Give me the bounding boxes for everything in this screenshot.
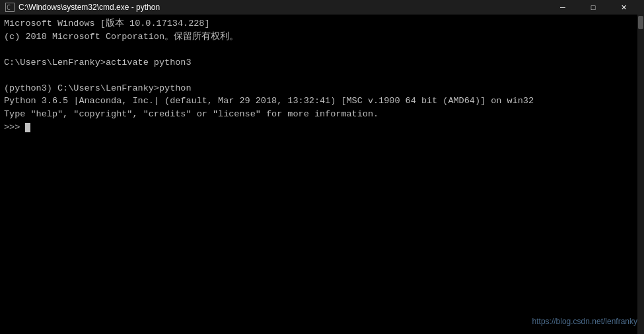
- terminal-line-0: Microsoft Windows [版本 10.0.17134.228]: [4, 17, 640, 30]
- title-bar-controls: ─ □ ✕: [548, 0, 639, 15]
- terminal-line-2: [4, 43, 640, 56]
- title-bar-text: C:\Windows\system32\cmd.exe - python: [18, 3, 160, 12]
- scrollbar[interactable]: [637, 15, 644, 334]
- minimize-button[interactable]: ─: [548, 0, 578, 15]
- terminal-line-8: >>>: [4, 121, 640, 134]
- watermark: https://blog.csdn.net/lenfranky: [532, 316, 637, 327]
- terminal-line-6: Python 3.6.5 |Anaconda, Inc.| (default, …: [4, 95, 640, 108]
- cursor: [25, 123, 30, 132]
- scrollbar-thumb: [638, 16, 643, 29]
- terminal-line-1: (c) 2018 Microsoft Corporation。保留所有权利。: [4, 30, 640, 44]
- title-bar-left: C C:\Windows\system32\cmd.exe - python: [5, 3, 160, 12]
- cmd-window: C C:\Windows\system32\cmd.exe - python ─…: [0, 0, 644, 334]
- maximize-button[interactable]: □: [578, 0, 608, 15]
- terminal-line-5: (python3) C:\Users\LenFranky>python: [4, 82, 640, 95]
- terminal-line-7: Type "help", "copyright", "credits" or "…: [4, 108, 640, 121]
- title-bar: C C:\Windows\system32\cmd.exe - python ─…: [0, 0, 644, 15]
- terminal-body[interactable]: Microsoft Windows [版本 10.0.17134.228] (c…: [0, 15, 644, 334]
- svg-text:C: C: [7, 4, 11, 11]
- terminal-line-4: [4, 69, 640, 82]
- close-button[interactable]: ✕: [608, 0, 639, 15]
- cmd-icon: C: [5, 3, 15, 12]
- terminal-line-3: C:\Users\LenFranky>activate python3: [4, 56, 640, 69]
